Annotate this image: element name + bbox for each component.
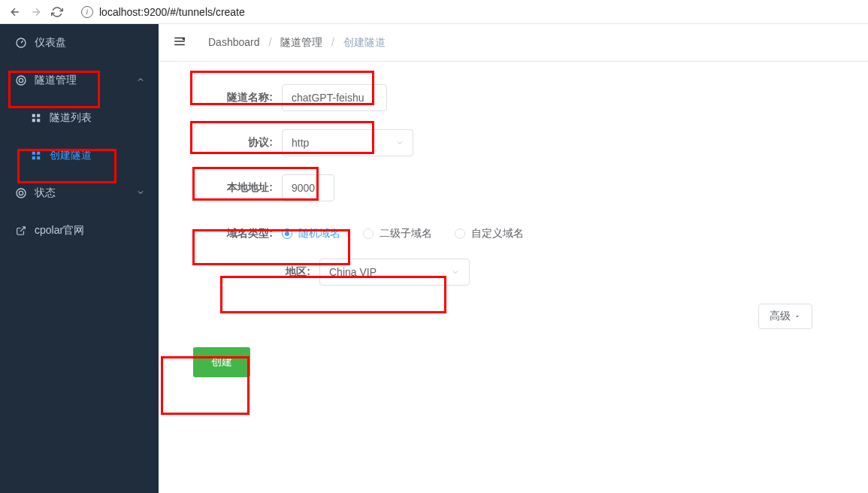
sidebar-item-label: 状态 [35, 186, 56, 200]
row-advanced: 高级 [177, 304, 850, 329]
chevron-down-icon [451, 268, 460, 277]
svg-point-12 [19, 191, 23, 195]
main-content: Dashboard / 隧道管理 / 创建隧道 隧道名称: 协议: 本地地址: [159, 24, 868, 493]
advanced-label: 高级 [770, 310, 791, 323]
sidebar-item-label: 仪表盘 [35, 36, 66, 50]
input-local-addr[interactable] [282, 174, 334, 201]
caret-down-icon [794, 313, 801, 320]
row-protocol: 协议: [199, 129, 850, 156]
button-create[interactable]: 创建 [193, 347, 250, 377]
sidebar-item-label: 创建隧道 [50, 149, 92, 162]
radio-random-domain[interactable]: 随机域名 [282, 227, 340, 240]
status-icon [15, 187, 27, 199]
radio-icon [282, 228, 292, 239]
radio-subdomain[interactable]: 二级子域名 [363, 227, 432, 240]
row-local-addr: 本地地址: [199, 174, 850, 201]
app-container: 仪表盘 隧道管理 隧道列表 创建隧道 [0, 24, 868, 493]
select-region[interactable]: China VIP [319, 259, 470, 286]
list-icon [30, 112, 42, 124]
label-region: 地区: [237, 265, 319, 279]
form: 隧道名称: 协议: 本地地址: 域名类型: 随机域名 [159, 62, 868, 392]
chevron-down-icon [136, 187, 145, 199]
breadcrumb-mid[interactable]: 隧道管理 [280, 36, 322, 48]
label-local-addr: 本地地址: [199, 181, 282, 195]
forward-button[interactable] [26, 2, 47, 23]
chevron-up-icon [136, 74, 145, 86]
radio-custom-domain[interactable]: 自定义域名 [455, 227, 524, 240]
svg-point-1 [17, 76, 26, 85]
sidebar-item-tunnel-manage[interactable]: 隧道管理 [0, 62, 159, 99]
region-value: China VIP [329, 266, 377, 278]
sidebar: 仪表盘 隧道管理 隧道列表 创建隧道 [0, 24, 159, 493]
sidebar-item-tunnel-create[interactable]: 创建隧道 [0, 137, 159, 174]
sidebar-item-label: 隧道管理 [35, 74, 77, 87]
tunnel-icon [15, 74, 27, 86]
label-domain-type: 域名类型: [199, 227, 282, 240]
url-text: localhost:9200/#/tunnels/create [99, 6, 245, 18]
sidebar-item-status[interactable]: 状态 [0, 174, 159, 212]
breadcrumb-current: 创建隧道 [343, 36, 386, 48]
input-tunnel-name[interactable] [282, 84, 387, 111]
create-icon [30, 150, 42, 162]
domain-type-radio-group: 随机域名 二级子域名 自定义域名 [282, 227, 524, 240]
svg-rect-4 [37, 114, 40, 117]
radio-label: 二级子域名 [380, 227, 432, 240]
dashboard-icon [15, 37, 27, 49]
svg-rect-10 [37, 156, 40, 159]
svg-point-11 [17, 189, 26, 198]
info-icon: i [81, 6, 93, 18]
svg-rect-6 [37, 119, 40, 122]
sidebar-item-dashboard[interactable]: 仪表盘 [0, 24, 159, 62]
breadcrumb: Dashboard / 隧道管理 / 创建隧道 [208, 36, 386, 50]
row-tunnel-name: 隧道名称: [199, 84, 850, 111]
sidebar-item-label: cpolar官网 [35, 224, 84, 237]
menu-toggle-icon[interactable] [172, 35, 187, 51]
reload-button[interactable] [47, 2, 68, 23]
radio-icon [455, 228, 465, 239]
svg-rect-8 [37, 152, 40, 155]
svg-point-2 [19, 78, 23, 82]
external-link-icon [15, 225, 27, 237]
button-advanced[interactable]: 高级 [758, 304, 812, 329]
breadcrumb-separator: / [268, 36, 271, 48]
label-protocol: 协议: [199, 136, 282, 150]
sidebar-item-tunnel-list[interactable]: 隧道列表 [0, 99, 159, 137]
svg-rect-3 [32, 114, 35, 117]
sidebar-item-label: 隧道列表 [50, 111, 92, 125]
protocol-dropdown-button[interactable] [386, 129, 413, 156]
row-submit: 创建 [177, 347, 850, 377]
radio-label: 自定义域名 [471, 227, 524, 240]
svg-rect-9 [32, 156, 35, 159]
row-region: 地区: China VIP [237, 259, 850, 286]
svg-rect-5 [32, 119, 35, 122]
svg-rect-7 [32, 152, 35, 155]
label-tunnel-name: 隧道名称: [199, 91, 282, 104]
radio-icon [363, 228, 374, 239]
sidebar-item-cpolar-site[interactable]: cpolar官网 [0, 212, 159, 250]
url-bar[interactable]: i localhost:9200/#/tunnels/create [74, 2, 863, 22]
browser-chrome: i localhost:9200/#/tunnels/create [0, 0, 868, 24]
breadcrumb-root[interactable]: Dashboard [208, 36, 260, 48]
radio-label: 随机域名 [298, 227, 340, 240]
breadcrumb-separator: / [331, 36, 334, 48]
input-protocol[interactable] [282, 129, 387, 156]
back-button[interactable] [5, 2, 26, 23]
topbar: Dashboard / 隧道管理 / 创建隧道 [159, 24, 868, 62]
row-domain-type: 域名类型: 随机域名 二级子域名 自定义域名 [199, 227, 850, 240]
